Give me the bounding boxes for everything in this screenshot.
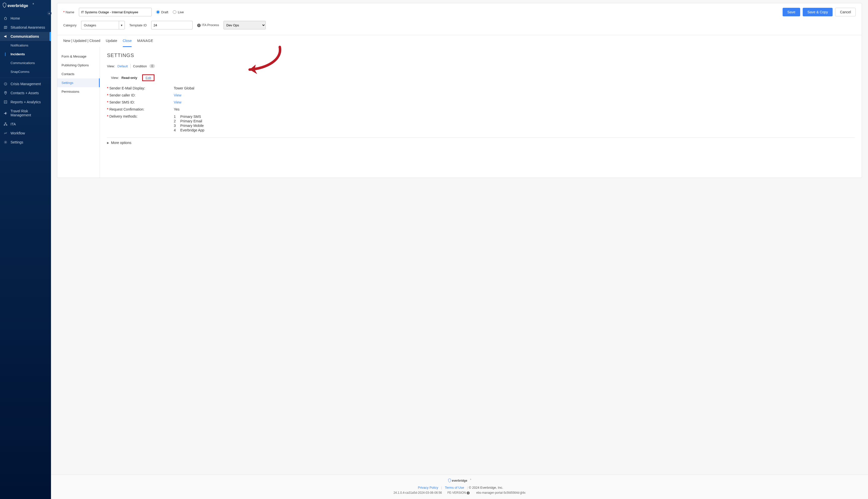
- sidebar-item-crisis-management[interactable]: Crisis Management: [0, 80, 51, 88]
- view-label: View:: [107, 64, 115, 68]
- draft-label: Draft: [161, 10, 168, 14]
- bullhorn-icon: [3, 34, 8, 38]
- name-label: *Name: [63, 10, 74, 14]
- sidebar-item-label: Incidents: [11, 52, 25, 56]
- tab-close[interactable]: Close: [123, 35, 132, 47]
- svg-text:®: ®: [33, 3, 34, 5]
- pin-icon: [3, 91, 8, 95]
- tab-new-updated-closed[interactable]: New | Updated | Closed: [63, 35, 100, 47]
- sidebar-item-label: Contacts + Assets: [11, 91, 39, 95]
- sender-caller-id-label: Sender caller ID:: [109, 93, 135, 97]
- sidebar-item-label: Communications: [11, 61, 35, 65]
- sidebar-item-contacts-assets[interactable]: Contacts + Assets: [0, 88, 51, 97]
- delivery-methods-list: 1Primary SMS 2Primary Email 3Primary Mob…: [174, 114, 204, 132]
- sidebar-item-label: Travel Risk Management: [11, 109, 48, 117]
- request-confirmation-label: Request Confirmation:: [109, 107, 144, 111]
- sidebar-item-ita[interactable]: ITA: [0, 120, 51, 129]
- view-mode-value: Read-only: [122, 76, 137, 80]
- category-value: Outages: [81, 21, 119, 29]
- clock-icon: [3, 82, 8, 86]
- sidebar-item-reports-analytics[interactable]: Reports + Analytics: [0, 97, 51, 107]
- info-icon[interactable]: i: [467, 491, 470, 495]
- sidebar-item-label: Crisis Management: [11, 82, 41, 86]
- ita-process-select[interactable]: Dev Ops: [224, 21, 266, 29]
- sidebar-item-communications[interactable]: Communications: [0, 32, 51, 41]
- sidebar-item-label: Notifications: [11, 44, 28, 47]
- status-draft-radio[interactable]: Draft: [156, 10, 168, 14]
- privacy-policy-link[interactable]: Privacy Policy: [418, 486, 438, 489]
- settings-heading: SETTINGS: [107, 52, 855, 58]
- footer: everbridge® Privacy Policy | Terms of Us…: [51, 475, 868, 499]
- save-button[interactable]: Save: [783, 8, 800, 16]
- settings-pane: SETTINGS View: Default Condition 0 View:…: [100, 47, 862, 178]
- gear-icon: [3, 140, 8, 144]
- chart-icon: [3, 100, 8, 104]
- sidebar-item-incidents[interactable]: Incidents: [0, 50, 51, 59]
- sidebar-item-label: Home: [11, 16, 20, 20]
- svg-text:®: ®: [470, 479, 471, 480]
- live-label: Live: [178, 10, 184, 14]
- more-options-label: More options: [111, 141, 131, 145]
- condition-label: Condition: [133, 64, 147, 68]
- sidebar-item-travel-risk[interactable]: Travel Risk Management: [0, 107, 51, 120]
- delivery-method-item: 4Everbridge App: [174, 128, 204, 132]
- sitemap-icon: [3, 122, 8, 126]
- category-select[interactable]: Outages ▾: [81, 21, 125, 29]
- chevron-down-icon[interactable]: ▾: [119, 21, 125, 29]
- save-copy-button[interactable]: Save & Copy: [803, 8, 833, 16]
- view-default-link[interactable]: Default: [117, 64, 128, 68]
- sender-caller-id-view-link[interactable]: View: [174, 93, 181, 97]
- sidebar-item-notifications[interactable]: Notifications: [0, 41, 51, 50]
- phase-tabs: New | Updated | Closed Update Close MANA…: [57, 35, 862, 47]
- template-id-label: Template ID: [129, 23, 147, 27]
- section-nav-settings[interactable]: Settings: [57, 78, 100, 87]
- sidebar-item-settings[interactable]: Settings: [0, 138, 51, 147]
- delivery-method-item: 1Primary SMS: [174, 114, 204, 119]
- workflow-icon: [3, 131, 8, 135]
- sidebar-item-snapcomms[interactable]: SnapComms: [0, 67, 51, 76]
- section-nav-form-message[interactable]: Form & Message: [57, 52, 100, 61]
- sidebar-item-communications-sub[interactable]: Communications: [0, 59, 51, 67]
- view-mode-label: View:: [111, 76, 119, 80]
- section-nav-publishing[interactable]: Publishing Options: [57, 61, 100, 70]
- home-icon: [3, 16, 8, 20]
- section-nav-permissions[interactable]: Permissions: [57, 87, 100, 96]
- template-id-input[interactable]: [151, 21, 193, 29]
- sidebar-item-workflow[interactable]: Workflow: [0, 129, 51, 138]
- tab-update[interactable]: Update: [106, 35, 117, 47]
- fe-version-label: FE-VERSION: [448, 491, 466, 495]
- edit-highlight-box: Edit: [142, 74, 154, 81]
- build-version: 24.1.0.4-ca31a5d-2024-03-06-06:56: [394, 491, 442, 495]
- more-options-toggle[interactable]: ▶ More options: [107, 137, 855, 145]
- edit-link[interactable]: Edit: [146, 76, 151, 80]
- sender-email-display-value: Tower Global: [174, 86, 195, 90]
- sidebar-item-home[interactable]: Home: [0, 14, 51, 23]
- name-input[interactable]: [79, 8, 152, 16]
- sidebar-item-label: Workflow: [11, 131, 25, 135]
- terms-of-use-link[interactable]: Terms of Use: [445, 486, 464, 489]
- ita-process-label: iITA Process: [197, 23, 219, 27]
- sidebar-item-label: Settings: [11, 140, 23, 144]
- section-nav-contacts[interactable]: Contacts: [57, 70, 100, 78]
- cancel-button[interactable]: Cancel: [835, 8, 856, 16]
- delivery-methods-label: Delivery methods:: [109, 114, 137, 118]
- svg-rect-5: [5, 123, 6, 123]
- request-confirmation-value: Yes: [174, 107, 179, 111]
- category-label: Category: [63, 23, 77, 27]
- condition-count-badge: 0: [149, 64, 155, 68]
- sidebar-item-label: Communications: [11, 34, 39, 38]
- sender-sms-id-view-link[interactable]: View: [174, 100, 181, 104]
- sidebar-item-label: Situational Awareness: [11, 25, 45, 29]
- info-icon: i: [197, 24, 201, 27]
- svg-rect-7: [6, 125, 7, 126]
- tab-manage[interactable]: MANAGE: [137, 35, 153, 47]
- sidebar: everbridge® « Home Situational Awareness…: [0, 0, 51, 499]
- sidebar-item-label: ITA: [11, 122, 16, 126]
- sidebar-item-label: SnapComms: [11, 70, 29, 74]
- status-live-radio[interactable]: Live: [173, 10, 184, 14]
- sidebar-item-label: Reports + Analytics: [11, 100, 41, 104]
- brand-logo: everbridge®: [0, 0, 51, 14]
- map-icon: [3, 25, 8, 29]
- sidebar-item-situational-awareness[interactable]: Situational Awareness: [0, 23, 51, 32]
- template-editor-card: *Name Draft Live Save Save & Copy Cancel…: [57, 3, 862, 178]
